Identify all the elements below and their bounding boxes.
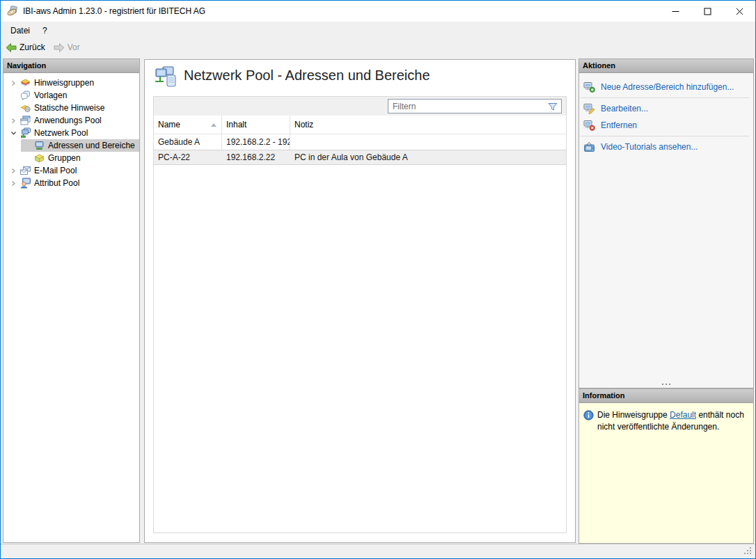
tree-item-gruppen[interactable]: Gruppen: [3, 152, 139, 164]
actions-list: Neue Adresse/Bereich hinzufügen... Bearb…: [579, 73, 753, 155]
cell-inhalt: 192.168.2.2 - 192.16...: [222, 134, 290, 150]
title-bar: IBI-aws Admin 1.23.0 - registriert für I…: [1, 1, 755, 22]
tree-item-vorlagen[interactable]: Vorlagen: [3, 89, 139, 102]
menu-bar: Datei ?: [1, 22, 755, 39]
remove-icon: [583, 120, 595, 131]
table-row[interactable]: Gebäude A 192.168.2.2 - 192.16...: [154, 134, 566, 150]
main-panel: Netzwerk Pool - Adressen und Bereiche Na…: [144, 59, 576, 543]
main-header: Netzwerk Pool - Adressen und Bereiche: [145, 60, 575, 95]
actions-panel: Aktionen Neue Adresse/Bereich hinzufügen…: [578, 58, 754, 388]
info-text-before: Die Hinweisgruppe: [597, 410, 670, 420]
window-title: IBI-aws Admin 1.23.0 - registriert für I…: [23, 6, 205, 16]
navigation-panel: Navigation Hinweisgruppen: [3, 58, 140, 543]
network-pool-page-icon: [154, 65, 179, 89]
tree-item-adressen-und-bereiche[interactable]: Adressen und Bereiche: [21, 139, 139, 152]
tree-item-statische-hinweise[interactable]: Statische Hinweise: [3, 102, 139, 114]
column-label: Name: [158, 120, 180, 129]
tree-label: Vorlagen: [34, 90, 67, 100]
cell-name: Gebäude A: [154, 134, 222, 150]
information-header: Information: [579, 389, 753, 403]
forward-button[interactable]: Vor: [50, 41, 84, 54]
column-header-notiz[interactable]: Notiz: [290, 116, 566, 134]
column-header-inhalt[interactable]: Inhalt: [222, 116, 290, 134]
info-icon: [583, 410, 594, 420]
groups-icon: [33, 152, 45, 164]
resize-grip-icon[interactable]: [743, 546, 753, 556]
application-pool-icon: [19, 115, 31, 126]
filter-funnel-icon[interactable]: [547, 101, 558, 112]
close-icon: [736, 8, 743, 15]
video-tutorials-link[interactable]: Video-Tutorials ansehen...: [579, 139, 753, 155]
information-message: Die Hinweisgruppe Default enthält noch n…: [597, 409, 748, 433]
menu-help[interactable]: ?: [36, 23, 54, 38]
add-address-link[interactable]: Neue Adresse/Bereich hinzufügen...: [579, 79, 753, 95]
actions-separator: [581, 136, 749, 136]
chevron-right-icon[interactable]: [7, 80, 19, 86]
edit-link[interactable]: Bearbeiten...: [579, 100, 753, 117]
column-label: Notiz: [294, 120, 313, 129]
cell-name: PC-A-22: [154, 150, 222, 164]
table-header: Name Inhalt Notiz: [154, 116, 566, 134]
status-bar: [1, 544, 755, 558]
back-button[interactable]: Zurück: [2, 41, 49, 54]
forward-arrow-icon: [54, 42, 65, 53]
tree-label: Anwendungs Pool: [34, 116, 102, 125]
email-pool-icon: [19, 165, 31, 176]
tree-item-netzwerk-pool[interactable]: Netzwerk Pool: [3, 127, 139, 139]
default-group-link[interactable]: Default: [670, 410, 696, 420]
menu-datei[interactable]: Datei: [4, 23, 36, 38]
tree-label: E-Mail Pool: [34, 166, 77, 175]
templates-icon: [19, 90, 31, 101]
maximize-button[interactable]: [691, 1, 723, 22]
app-window: IBI-aws Admin 1.23.0 - registriert für I…: [0, 0, 756, 559]
column-header-name[interactable]: Name: [154, 116, 222, 134]
remove-label: Entfernen: [601, 120, 637, 130]
back-arrow-icon: [6, 42, 17, 53]
page-title: Netzwerk Pool - Adressen und Bereiche: [184, 68, 430, 84]
video-tutorials-label: Video-Tutorials ansehen...: [601, 142, 698, 152]
filter-input[interactable]: [388, 102, 547, 111]
addresses-icon: [33, 140, 45, 151]
cell-notiz: [290, 134, 566, 150]
minimize-icon: [672, 8, 679, 15]
cell-notiz: PC in der Aula von Gebäude A: [290, 150, 566, 164]
network-pool-icon: [19, 127, 31, 139]
edit-icon: [583, 103, 595, 114]
close-button[interactable]: [723, 1, 755, 22]
add-address-icon: [583, 81, 595, 93]
tree-label: Hinweisgruppen: [34, 78, 94, 88]
back-label: Zurück: [19, 42, 45, 52]
navigation-header: Navigation: [3, 59, 139, 73]
navigation-tree: Hinweisgruppen Vorlagen: [3, 73, 139, 189]
table-row[interactable]: PC-A-22 192.168.2.22 PC in der Aula von …: [154, 150, 566, 165]
notice-groups-icon: [19, 77, 31, 88]
video-tutorials-icon: [583, 141, 595, 152]
static-notices-icon: [19, 102, 31, 113]
tree-item-attribut-pool[interactable]: Attribut Pool: [3, 177, 139, 189]
filter-row: [154, 97, 566, 116]
sort-ascending-icon: [211, 123, 216, 127]
tree-item-anwendungs-pool[interactable]: Anwendungs Pool: [3, 114, 139, 127]
chevron-down-icon[interactable]: [7, 130, 19, 136]
chevron-right-icon[interactable]: [7, 168, 19, 174]
minimize-button[interactable]: [659, 1, 691, 22]
chevron-right-icon[interactable]: [7, 118, 19, 124]
forward-label: Vor: [68, 42, 80, 52]
window-controls: [659, 1, 755, 22]
cell-inhalt: 192.168.2.22: [222, 150, 290, 164]
panel-splitter-grip[interactable]: [579, 381, 753, 387]
tree-label: Netzwerk Pool: [34, 128, 88, 138]
attribute-pool-icon: [19, 178, 31, 189]
tree-label: Statische Hinweise: [34, 103, 104, 113]
tool-bar: Zurück Vor: [1, 39, 755, 56]
chevron-right-icon[interactable]: [7, 180, 19, 187]
information-body: Die Hinweisgruppe Default enthält noch n…: [579, 403, 753, 433]
add-address-label: Neue Adresse/Bereich hinzufügen...: [601, 82, 734, 92]
tree-label: Gruppen: [48, 153, 81, 163]
tree-item-hinweisgruppen[interactable]: Hinweisgruppen: [3, 77, 139, 89]
tree-item-email-pool[interactable]: E-Mail Pool: [3, 164, 139, 177]
tree-label: Attribut Pool: [34, 178, 79, 188]
column-label: Inhalt: [226, 120, 246, 129]
remove-link[interactable]: Entfernen: [579, 117, 753, 134]
app-icon: [6, 6, 18, 17]
